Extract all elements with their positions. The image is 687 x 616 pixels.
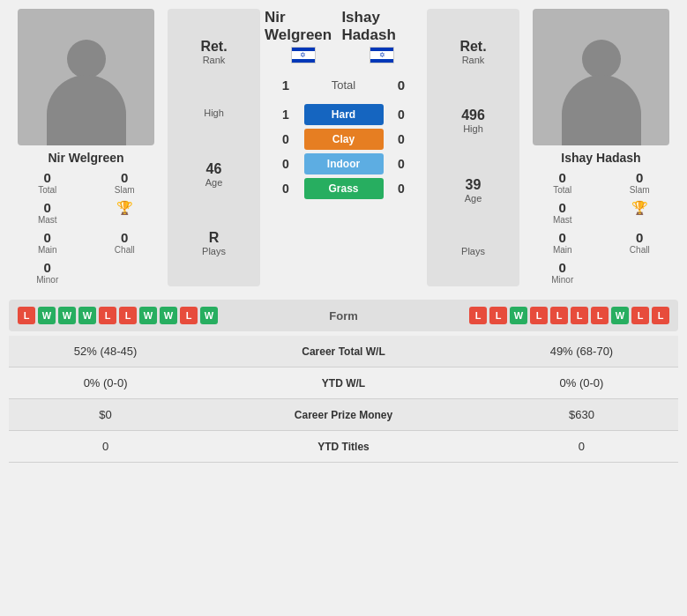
surface-table: 1 Hard 0 0 Clay 0 0 Indoor 0 0 Grass <box>265 104 422 199</box>
players-header-row: Nir Welgreen ✡ Ishay Hadash ✡ <box>265 9 422 68</box>
clay-left-val: 0 <box>275 132 297 146</box>
left-mast-lbl: Mast <box>38 215 57 225</box>
stats-row-0-label: Career Total W/L <box>202 337 485 367</box>
left-player-block: Nir Welgreen 0 Total 0 Slam 0 Mast 🏆 <box>9 9 163 286</box>
left-rank-stat: Ret. Rank <box>200 39 227 65</box>
left-main-cell: 0 Main <box>9 228 86 256</box>
left-big-name: Nir Welgreen <box>265 9 341 44</box>
left-slam-lbl: Slam <box>115 185 135 195</box>
right-rank-stat: Ret. Rank <box>459 39 486 65</box>
grass-left-val: 0 <box>275 182 297 196</box>
left-flag: ✡ <box>291 47 316 63</box>
right-main-lbl: Main <box>553 245 572 255</box>
right-form-badge-6: L <box>591 307 609 324</box>
clay-badge: Clay <box>304 129 384 150</box>
left-minor-lbl: Minor <box>36 275 58 285</box>
left-age-val: 46 <box>205 161 223 177</box>
app-container: Nir Welgreen 0 Total 0 Slam 0 Mast 🏆 <box>0 0 687 463</box>
right-mast-val: 0 <box>559 200 566 215</box>
right-main-val: 0 <box>559 230 566 245</box>
right-mast-lbl: Mast <box>553 215 572 225</box>
right-form-badge-8: L <box>631 307 649 324</box>
stats-row-1-left: 0% (0-0) <box>9 367 202 398</box>
stats-row-0-left: 52% (48-45) <box>9 336 202 367</box>
left-rank-val: Ret. <box>200 39 227 55</box>
left-trophy-cell: 🏆 <box>86 198 164 226</box>
left-form-badges: LWWWLLWWLW <box>18 307 309 324</box>
stats-row-0: 52% (48-45)Career Total W/L49% (68-70) <box>9 336 678 367</box>
left-mast-val: 0 <box>44 200 51 215</box>
total-comparison-row: 1 Total 0 <box>275 78 413 93</box>
stats-row-1: 0% (0-0)YTD W/L0% (0-0) <box>9 367 678 399</box>
clay-right-val: 0 <box>391 132 413 146</box>
right-form-badge-7: W <box>611 307 629 324</box>
left-form-badge-2: W <box>58 307 76 324</box>
stats-row-3-left: 0 <box>9 431 202 462</box>
left-player-name: Nir Welgreen <box>48 151 123 165</box>
left-age-lbl: Age <box>205 177 223 188</box>
left-age-stat: 46 Age <box>205 161 223 188</box>
total-label: Total <box>304 78 384 92</box>
right-player-silhouette <box>562 40 641 145</box>
silhouette-body-left <box>47 75 126 145</box>
right-age-val: 39 <box>465 177 482 193</box>
stats-row-1-right: 0% (0-0) <box>485 367 678 398</box>
hard-left-val: 1 <box>275 108 297 122</box>
left-total-cell: 0 Total <box>9 168 86 197</box>
left-flag-bottom-stripe <box>292 59 315 63</box>
left-form-badge-9: W <box>200 307 218 324</box>
stats-row-0-right: 49% (68-70) <box>485 336 678 367</box>
left-form-badge-0: L <box>18 307 35 324</box>
right-big-name: Ishay Hadash <box>341 9 422 44</box>
right-flag-star: ✡ <box>379 52 385 59</box>
total-right-val: 0 <box>391 78 413 93</box>
stats-row-2-left: $0 <box>9 399 202 430</box>
center-comparison: Nir Welgreen ✡ Ishay Hadash ✡ <box>265 9 422 286</box>
silhouette-head-right <box>582 40 621 78</box>
form-label: Form <box>309 309 379 323</box>
grass-badge: Grass <box>304 178 384 199</box>
silhouette-head-left <box>67 40 106 78</box>
left-form-badge-5: L <box>119 307 137 324</box>
right-chall-val: 0 <box>636 230 643 245</box>
left-player-photo <box>18 9 154 145</box>
right-player-stats: 0 Total 0 Slam 0 Mast 🏆 0 Main <box>524 168 678 286</box>
stats-row-2-label: Career Prize Money <box>202 400 485 430</box>
right-high-stat: 496 High <box>461 108 485 134</box>
right-name-flag: Ishay Hadash ✡ <box>341 9 422 63</box>
total-left-val: 1 <box>275 78 297 93</box>
right-chall-lbl: Chall <box>630 245 650 255</box>
left-mast-cell: 0 Mast <box>9 198 86 226</box>
right-mid-panel: Ret. Rank 496 High 39 Age Plays <box>427 9 519 286</box>
left-high-stat: High <box>204 108 224 118</box>
left-minor-cell: 0 Minor <box>9 258 86 286</box>
indoor-right-val: 0 <box>391 157 413 171</box>
right-total-lbl: Total <box>553 185 571 195</box>
right-form-badge-9: L <box>652 307 669 324</box>
left-player-stats: 0 Total 0 Slam 0 Mast 🏆 0 Main <box>9 168 163 286</box>
right-high-val: 496 <box>461 108 485 123</box>
right-total-val: 0 <box>559 170 566 185</box>
bottom-stats-table: 52% (48-45)Career Total W/L49% (68-70)0%… <box>9 336 678 463</box>
right-player-photo <box>533 9 669 145</box>
right-form-badge-4: L <box>550 307 568 324</box>
right-form-badge-1: L <box>489 307 507 324</box>
left-player-silhouette <box>47 40 126 145</box>
stats-row-3-label: YTD Titles <box>202 432 485 462</box>
right-high-lbl: High <box>461 123 485 134</box>
left-plays-stat: R Plays <box>202 230 226 256</box>
left-name-flag: Nir Welgreen ✡ <box>265 9 341 63</box>
right-minor-val: 0 <box>559 260 566 275</box>
left-chall-val: 0 <box>121 230 128 245</box>
right-age-stat: 39 Age <box>465 177 482 204</box>
left-high-lbl: High <box>204 108 224 118</box>
left-flag-star: ✡ <box>300 52 306 59</box>
left-plays-lbl: Plays <box>202 246 226 256</box>
right-rank-val: Ret. <box>459 39 486 55</box>
right-plays-stat: Plays <box>461 246 485 256</box>
left-trophy-icon: 🏆 <box>116 200 133 216</box>
right-form-badges: LLWLLLLWLL <box>379 307 670 324</box>
right-form-badge-2: W <box>510 307 527 324</box>
stats-row-2: $0Career Prize Money$630 <box>9 399 678 431</box>
right-total-cell: 0 Total <box>524 168 601 197</box>
